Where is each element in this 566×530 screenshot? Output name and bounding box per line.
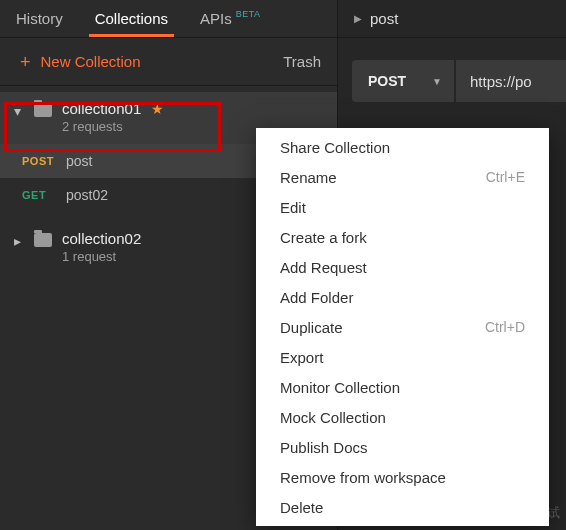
menu-export[interactable]: Export	[256, 342, 549, 372]
menu-item-label: Mock Collection	[280, 409, 386, 426]
menu-monitor-collection[interactable]: Monitor Collection	[256, 372, 549, 402]
menu-item-label: Create a fork	[280, 229, 367, 246]
menu-mock-collection[interactable]: Mock Collection	[256, 402, 549, 432]
method-select-value: POST	[368, 73, 406, 89]
request-name: post02	[66, 187, 108, 203]
menu-create-fork[interactable]: Create a fork	[256, 222, 549, 252]
menu-item-label: Publish Docs	[280, 439, 368, 456]
tab-collections[interactable]: Collections	[79, 0, 184, 37]
menu-item-shortcut: Ctrl+D	[485, 319, 525, 335]
tab-history[interactable]: History	[0, 0, 79, 37]
collection-subtitle: 2 requests	[62, 119, 164, 134]
method-select[interactable]: POST ▼	[352, 60, 454, 102]
collection-subtitle: 1 request	[62, 249, 141, 264]
menu-item-label: Monitor Collection	[280, 379, 400, 396]
menu-item-label: Add Request	[280, 259, 367, 276]
menu-item-label: Duplicate	[280, 319, 343, 336]
tab-apis-label: APIs	[200, 10, 232, 27]
collection-name: collection02	[62, 230, 141, 247]
context-menu: Share Collection RenameCtrl+E Edit Creat…	[256, 128, 549, 526]
menu-remove-workspace[interactable]: Remove from workspace	[256, 462, 549, 492]
request-method: POST	[22, 155, 66, 167]
folder-icon	[34, 103, 52, 117]
menu-item-shortcut: Ctrl+E	[486, 169, 525, 185]
menu-delete[interactable]: Delete	[256, 492, 549, 522]
menu-item-label: Delete	[280, 499, 323, 516]
beta-badge: BETA	[236, 9, 261, 19]
request-tab-label[interactable]: post	[370, 10, 398, 27]
caret-right-icon[interactable]: ▸	[14, 233, 26, 249]
menu-share-collection[interactable]: Share Collection	[256, 132, 549, 162]
menu-add-request[interactable]: Add Request	[256, 252, 549, 282]
request-tabs: ▶ post	[338, 0, 566, 38]
new-collection-label: New Collection	[41, 53, 141, 70]
menu-item-label: Export	[280, 349, 323, 366]
menu-item-label: Edit	[280, 199, 306, 216]
menu-item-label: Share Collection	[280, 139, 390, 156]
tab-apis[interactable]: APIs BETA	[184, 0, 277, 37]
collection-text: collection02 1 request	[62, 230, 141, 264]
sidebar-tabs: History Collections APIs BETA	[0, 0, 337, 38]
folder-icon	[34, 233, 52, 247]
new-collection-row: + New Collection Trash	[0, 38, 337, 86]
collection-text: collection01 ★ 2 requests	[62, 100, 164, 134]
plus-icon: +	[20, 53, 31, 71]
url-row: POST ▼ https://po	[352, 60, 566, 102]
collection-name: collection01	[62, 100, 141, 117]
request-name: post	[66, 153, 92, 169]
menu-edit[interactable]: Edit	[256, 192, 549, 222]
url-input[interactable]: https://po	[456, 60, 566, 102]
chevron-down-icon: ▼	[432, 76, 442, 87]
menu-duplicate[interactable]: DuplicateCtrl+D	[256, 312, 549, 342]
trash-link[interactable]: Trash	[283, 53, 321, 70]
request-method: GET	[22, 189, 66, 201]
menu-publish-docs[interactable]: Publish Docs	[256, 432, 549, 462]
caret-right-icon[interactable]: ▶	[354, 13, 362, 24]
menu-item-label: Add Folder	[280, 289, 353, 306]
star-icon[interactable]: ★	[151, 101, 164, 117]
new-collection-button[interactable]: + New Collection	[20, 53, 141, 71]
caret-down-icon[interactable]: ▾	[14, 103, 26, 119]
menu-rename[interactable]: RenameCtrl+E	[256, 162, 549, 192]
menu-add-folder[interactable]: Add Folder	[256, 282, 549, 312]
menu-item-label: Rename	[280, 169, 337, 186]
menu-item-label: Remove from workspace	[280, 469, 446, 486]
